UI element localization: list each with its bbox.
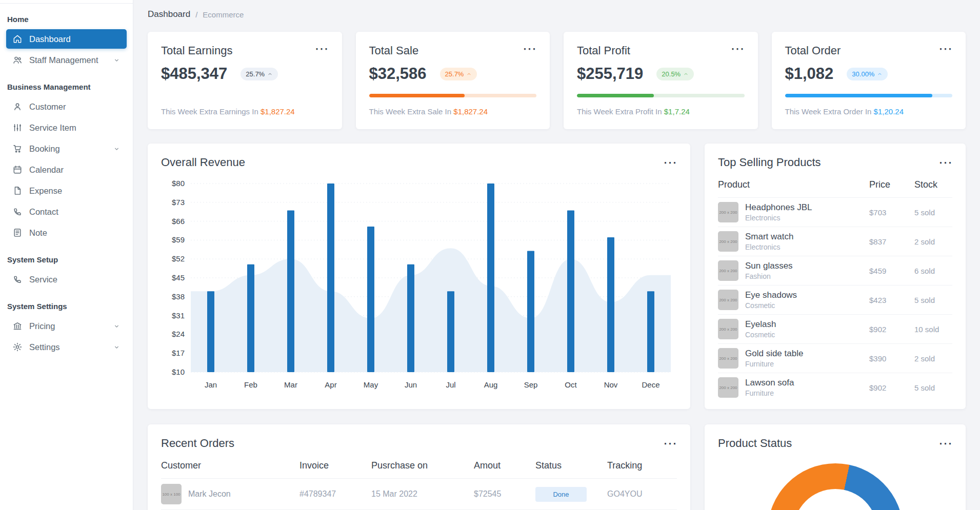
svg-text:$45: $45 [172,273,185,282]
sidebar-item-booking[interactable]: Booking [6,139,127,158]
products-table-header: Product Price Stock [718,169,952,197]
product-status-title: Product Status [718,437,792,450]
stat-card-footer: This Week Extra Profit In $1,7.24 [577,107,745,116]
product-row[interactable]: 200 x 200 Eye shadows Cosmetic $423 5 so… [718,285,952,314]
product-name: Smart watch [745,232,793,242]
product-thumbnail: 200 x 200 [718,202,738,222]
product-name: Eyelash [745,319,776,330]
caret-up-icon [877,71,883,77]
recent-orders-title: Recent Orders [161,437,234,450]
more-menu-button[interactable]: ⋯ [938,158,952,168]
order-status-badge: Done [535,487,587,502]
stat-card-footer-amount: $1,20.24 [874,107,904,116]
stat-card-footer-amount: $1,827.24 [453,107,488,116]
more-menu-button[interactable]: ⋯ [731,44,745,54]
more-menu-button[interactable]: ⋯ [938,439,952,448]
chevron-down-icon [113,343,121,351]
stat-card-progress-bar [369,94,537,97]
product-name: Gold side table [745,349,803,359]
customer-name: Mark Jecon [188,489,231,499]
product-stock: 2 sold [914,354,952,363]
bank-icon [12,321,23,331]
product-thumbnail: 200 x 200 [718,319,738,339]
sidebar-item-label: Service Item [29,123,76,133]
stat-card-badge: 25.7% [241,68,278,80]
sidebar-item-label: Expense [29,186,62,196]
bottom-row: Recent Orders ⋯ CustomerInvoicePusrchase… [148,424,966,510]
svg-text:Mar: Mar [284,380,297,389]
stat-cards-row: Total Earnings ⋯ $485,347 25.7% This Wee… [148,32,966,129]
svg-text:Jun: Jun [405,380,417,389]
product-stock: 5 sold [914,296,952,304]
sidebar-item-settings[interactable]: Settings [6,337,127,357]
stat-card-title: Total Earnings [161,44,232,57]
overall-revenue-card: Overall Revenue ⋯ $10$17$24$31$38$45$52$… [148,144,690,409]
svg-text:$38: $38 [172,292,185,301]
product-row[interactable]: 200 x 200 Lawson sofa Furniture $902 5 s… [718,373,952,402]
sidebar-section-home: Home Dashboard Staff Management [0,4,133,70]
order-tracking: GO4YOU [607,489,677,499]
product-thumbnail: 200 x 200 [718,231,738,252]
sidebar-item-label: Contact [29,207,58,217]
top-selling-products-title: Top Selling Products [718,156,821,169]
stat-card-badge: 20.5% [656,68,694,80]
sidebar-item-contact[interactable]: Contact [6,202,127,221]
sidebar-item-service-item[interactable]: Service Item [6,118,127,137]
orders-table-body: 100 x 100 Mark Jecon #4789347 15 Mar 202… [161,479,677,510]
orders-header-invoice: Invoice [299,460,371,471]
stat-card-progress-fill [577,94,654,97]
stat-card-progress-fill [785,94,932,97]
product-price: $837 [869,237,914,246]
stat-card-progress-fill [369,94,465,97]
product-thumbnail: 200 x 200 [718,290,738,310]
more-menu-button[interactable]: ⋯ [315,44,329,54]
sidebar-item-customer[interactable]: Customer [6,97,127,116]
product-row[interactable]: 200 x 200 Gold side table Furniture $390… [718,343,952,373]
caret-up-icon [466,71,472,77]
more-menu-button[interactable]: ⋯ [663,158,677,168]
sidebar-item-calendar[interactable]: Calendar [6,160,127,179]
stat-card-badge: 30.00% [847,68,888,80]
sidebar-item-dashboard[interactable]: Dashboard [6,29,127,49]
svg-text:$52: $52 [172,254,185,263]
sidebar-item-pricing[interactable]: Pricing [6,316,127,336]
users-icon [12,55,23,65]
sidebar-item-label: Service [29,275,57,284]
breadcrumb-item-dashboard[interactable]: Dashboard [148,9,190,19]
more-menu-button[interactable]: ⋯ [663,439,677,448]
more-menu-button[interactable]: ⋯ [938,44,952,54]
orders-header-pusrchase-on: Pusrchase on [371,460,474,471]
breadcrumb: Dashboard / Ecommerce [148,9,966,19]
stat-card-value: $255,719 [577,65,643,83]
product-row[interactable]: 200 x 200 Sun glasses Fashion $459 6 sol… [718,256,952,285]
order-row[interactable]: 100 x 100 Mark Jecon #4789347 15 Mar 202… [161,479,677,510]
stat-card-total-order: Total Order ⋯ $1,082 30.00% This Week Ex… [772,32,966,129]
orders-table-header: CustomerInvoicePusrchase onAmoutStatusTr… [161,450,677,479]
sidebar-item-service[interactable]: Service [6,270,127,289]
svg-text:Jul: Jul [446,380,455,389]
stat-card-title: Total Order [785,44,841,57]
cart-icon [12,144,23,154]
recent-orders-card: Recent Orders ⋯ CustomerInvoicePusrchase… [148,424,690,510]
order-invoice: #4789347 [299,489,371,499]
product-price: $902 [869,383,914,392]
product-price: $423 [869,296,914,304]
product-category: Cosmetic [745,301,797,310]
product-category: Fashion [745,272,793,280]
sidebar-item-expense[interactable]: Expense [6,181,127,200]
product-row[interactable]: 200 x 200 Eyelash Cosmetic $902 10 sold [718,314,952,343]
product-status-donut-chart [768,463,903,510]
sidebar-section-label: System Setup [0,244,133,268]
product-row[interactable]: 200 x 200 Smart watch Electronics $837 2… [718,227,952,256]
home-icon [12,34,23,44]
chevron-down-icon [113,322,121,330]
sidebar-item-label: Settings [29,342,60,352]
product-name: Headphones JBL [745,202,812,213]
sidebar-item-staff-management[interactable]: Staff Management [6,50,127,70]
more-menu-button[interactable]: ⋯ [523,44,536,54]
product-price: $902 [869,325,914,334]
svg-text:Oct: Oct [565,380,577,389]
product-row[interactable]: 200 x 200 Headphones JBL Electronics $70… [718,197,952,227]
sidebar-item-note[interactable]: Note [6,223,127,242]
main-content: Dashboard / Ecommerce Total Earnings ⋯ $… [133,0,980,510]
